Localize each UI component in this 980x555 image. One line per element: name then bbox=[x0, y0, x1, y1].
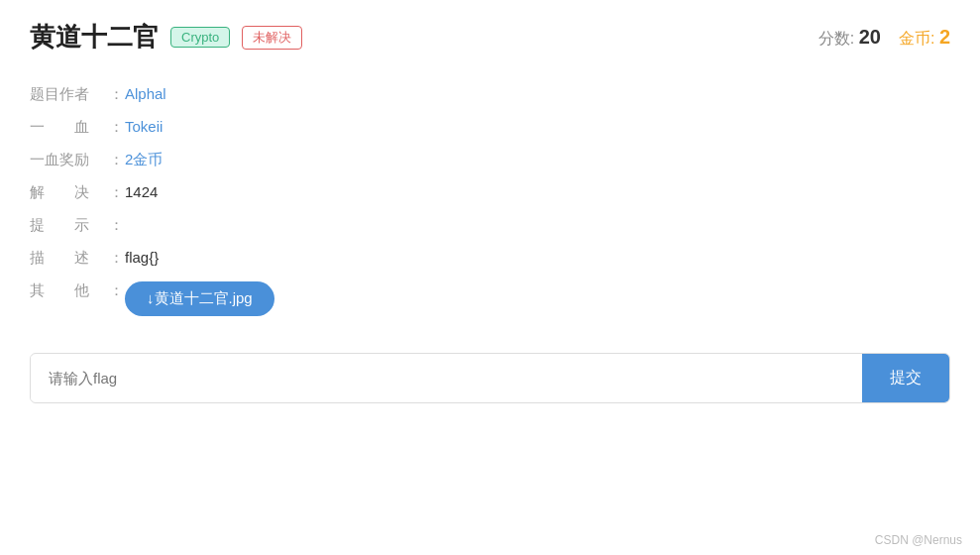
watermark: CSDN @Nernus bbox=[875, 533, 962, 547]
blood-reward-value: 2金币 bbox=[125, 144, 950, 176]
blood-label: 一 血 bbox=[30, 111, 109, 144]
hint-label: 提 示 bbox=[30, 209, 109, 242]
coin-label: 金币: 2 bbox=[899, 26, 950, 50]
author-row: 题目作者 ： Alphal bbox=[30, 78, 950, 111]
coin-value: 2 bbox=[939, 26, 950, 48]
header-right: 分数: 20 金币: 2 bbox=[818, 26, 950, 50]
flag-input[interactable] bbox=[31, 356, 862, 400]
page-container: 黄道十二官 Crypto 未解决 分数: 20 金币: 2 题目作者 ： Alp… bbox=[0, 0, 980, 555]
solve-label: 解 决 bbox=[30, 176, 109, 209]
solve-value: 1424 bbox=[125, 176, 950, 209]
blood-link[interactable]: Tokeii bbox=[125, 118, 163, 135]
desc-row: 描 述 ： flag{} bbox=[30, 242, 950, 275]
desc-label: 描 述 bbox=[30, 242, 109, 275]
score-label-text: 分数: bbox=[818, 30, 854, 47]
blood-reward-row: 一血奖励 ： 2金币 bbox=[30, 144, 950, 176]
submit-area: 提交 bbox=[30, 353, 950, 403]
desc-value: flag{} bbox=[125, 242, 950, 275]
blood-reward-link[interactable]: 2金币 bbox=[125, 151, 163, 167]
score-label: 分数: 20 bbox=[818, 26, 881, 50]
blood-row: 一 血 ： Tokeii bbox=[30, 111, 950, 144]
page-title: 黄道十二官 bbox=[30, 20, 159, 55]
blood-value: Tokeii bbox=[125, 111, 950, 144]
other-label: 其 他 bbox=[30, 275, 109, 323]
badge-status: 未解决 bbox=[242, 26, 302, 50]
page-header: 黄道十二官 Crypto 未解决 分数: 20 金币: 2 bbox=[30, 20, 950, 55]
score-value: 20 bbox=[859, 26, 881, 48]
other-value: ↓黄道十二官.jpg bbox=[125, 275, 950, 323]
author-link[interactable]: Alphal bbox=[125, 85, 166, 102]
blood-reward-label: 一血奖励 bbox=[30, 144, 109, 176]
author-label: 题目作者 bbox=[30, 78, 109, 111]
info-table: 题目作者 ： Alphal 一 血 ： Tokeii 一血奖励 ： 2金币 解 … bbox=[30, 78, 950, 323]
other-row: 其 他 ： ↓黄道十二官.jpg bbox=[30, 275, 950, 323]
coin-label-text: 金币: bbox=[899, 30, 934, 47]
badge-crypto: Crypto bbox=[170, 27, 230, 48]
author-value: Alphal bbox=[125, 78, 950, 111]
download-button[interactable]: ↓黄道十二官.jpg bbox=[125, 281, 274, 316]
submit-button[interactable]: 提交 bbox=[862, 354, 949, 402]
hint-row: 提 示 ： bbox=[30, 209, 950, 242]
hint-value bbox=[125, 209, 950, 242]
solve-row: 解 决 ： 1424 bbox=[30, 176, 950, 209]
